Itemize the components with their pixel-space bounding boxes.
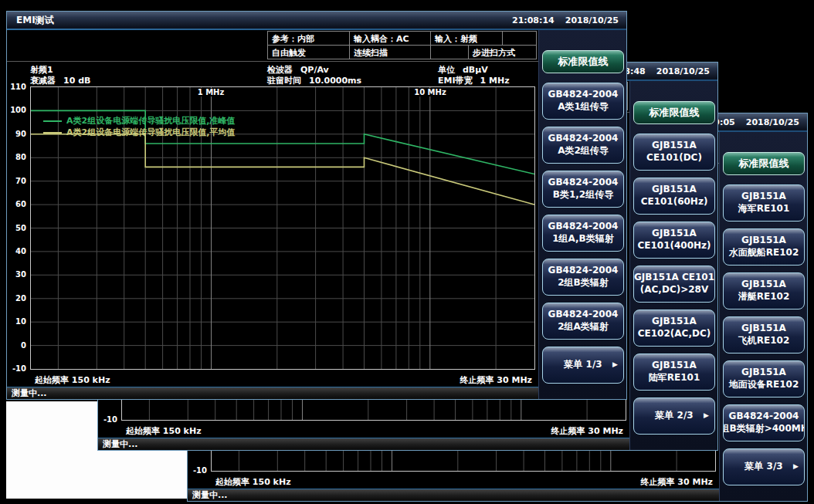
stop-frequency-label: 终止频率 30 MHz — [460, 374, 532, 386]
window-titlebar: EMI测试 21:08:142018/10/25 — [7, 12, 626, 29]
status-table: 参考：内部 输入耦合：AC 输入：射频 自由触发 连续扫描 步进扫方式 — [267, 32, 537, 59]
menu-page-button[interactable]: 菜单 1/3▶ — [542, 347, 624, 384]
softkey-menu: 标准限值线 GJB151A海军RE101 GJB151A水面舰船RE102 GJ… — [719, 132, 807, 501]
y-tick-label: 110 — [5, 83, 26, 91]
x-axis-labels: 起始频率 150 kHz 终止频率 30 MHz — [211, 476, 714, 488]
softkey-standard-1[interactable]: GJB151ACE101(DC) — [633, 134, 715, 171]
y-tick-label: 80 — [5, 153, 26, 161]
softkey-menu: 标准限值线 GB4824-2004A类1组传导 GB4824-2004A类2组传… — [538, 30, 626, 399]
start-frequency-label: 起始频率 150 kHz — [215, 476, 291, 488]
y-tick-label: 90 — [5, 130, 26, 138]
y-tick-label: -10 — [5, 364, 26, 373]
status-reference: 参考：内部 — [267, 31, 350, 46]
y-axis-labels: 1101009080706050403020100-10 — [7, 86, 29, 371]
decade-frequency-label: 1 MHz — [195, 88, 227, 96]
detector-readout: 检波器QP/Av — [267, 65, 361, 76]
softkey-standard-5[interactable]: GJB151ACE102(AC,DC) — [633, 310, 715, 347]
status-sweep-mode: 步进扫方式 — [468, 45, 537, 59]
menu-page-button[interactable]: 菜单 2/3▶ — [633, 397, 715, 435]
window-title: EMI测试 — [16, 14, 54, 27]
softkey-standard-3[interactable]: GJB151ACE101(400Hz) — [633, 222, 715, 259]
softkey-standard-2[interactable]: GJB151A水面舰船RE102 — [723, 228, 805, 266]
status-trigger: 自由触发 — [267, 45, 350, 59]
softkey-standard-1[interactable]: GB4824-2004A类1组传导 — [542, 83, 624, 120]
softkey-standard-4[interactable]: GJB151A CE101(AC,DC)>28V — [633, 266, 715, 303]
y-tick-label: 60 — [5, 200, 26, 208]
status-input-coupling: 输入耦合：AC — [349, 31, 431, 46]
attenuator-readout: 衰减器10 dB — [30, 76, 90, 86]
chart-header: 射频1 衰减器10 dB 检波器QP/Av 驻留时间10.0000ms 单位dB… — [7, 65, 538, 86]
status-sweep: 连续扫描 — [349, 45, 431, 59]
status-empty-cell — [502, 31, 537, 46]
legend-line-swatch — [43, 120, 62, 122]
date-text: 2018/10/25 — [565, 15, 619, 25]
limit-line-menu-title: 标准限值线 — [633, 101, 715, 124]
emi-bandwidth-readout: EMI带宽1 MHz — [438, 76, 510, 86]
y-tick-label: 40 — [5, 247, 26, 255]
measuring-text: 测量中... — [192, 489, 228, 501]
legend-entry: A类2组设备电源端传导骚扰电压限值,平均值 — [43, 127, 235, 138]
softkey-standard-6[interactable]: GB4824-20042组B类辐射>400MHz — [723, 404, 805, 441]
clock: 21:08:142018/10/25 — [512, 15, 619, 25]
arrow-right-icon: ▶ — [704, 411, 709, 421]
status-empty-cell — [430, 45, 469, 59]
spectrum-plot: 1 MHz10 MHzA类2组设备电源端传导骚扰电压限值,准峰值A类2组设备电源… — [30, 86, 535, 370]
limit-line-menu-title: 标准限值线 — [723, 152, 805, 175]
y-tick-label: 0 — [5, 341, 26, 350]
x-axis-labels: 起始频率 150 kHz 终止频率 30 MHz — [121, 425, 625, 437]
measuring-status-bar: 测量中... — [7, 387, 538, 399]
softkey-standard-5[interactable]: GJB151A地面设备RE102 — [723, 360, 805, 397]
y-tick-label: -10 — [96, 415, 117, 424]
menu-page-button[interactable]: 菜单 3/3▶ — [723, 448, 805, 485]
instrument-window-1: EMI测试 21:08:142018/10/25 参考：内部 输入耦合：AC 输… — [6, 11, 627, 400]
x-axis-labels: 起始频率 150 kHz 终止频率 30 MHz — [30, 374, 534, 386]
softkey-standard-4[interactable]: GB4824-20041组A,B类辐射 — [542, 215, 624, 252]
softkey-standard-5[interactable]: GB4824-20042组B类辐射 — [542, 259, 624, 296]
softkey-standard-6[interactable]: GJB151A陆军RE101 — [633, 353, 715, 391]
date-text: 2018/10/25 — [746, 117, 799, 127]
y-tick-label: 50 — [5, 224, 26, 232]
softkey-standard-2[interactable]: GJB151ACE101(60Hz) — [633, 178, 715, 215]
y-tick-label: 100 — [5, 106, 26, 114]
arrow-right-icon: ▶ — [793, 462, 799, 472]
start-frequency-label: 起始频率 150 kHz — [35, 374, 110, 386]
decade-frequency-label: 10 MHz — [412, 88, 449, 96]
softkey-standard-6[interactable]: GB4824-20042组A类辐射 — [542, 303, 624, 340]
legend-line-swatch — [43, 132, 62, 134]
softkey-standard-3[interactable]: GJB151A潜艇RE102 — [723, 272, 805, 310]
softkey-standard-4[interactable]: GJB151A飞机RE102 — [723, 316, 805, 353]
dwell-time-readout: 驻留时间10.0000ms — [267, 76, 361, 86]
arrow-right-icon: ▶ — [612, 360, 618, 370]
date-text: 2018/10/25 — [656, 66, 710, 76]
status-input: 输入：射频 — [430, 31, 503, 46]
limit-line-menu-title: 标准限值线 — [542, 50, 624, 73]
softkey-standard-3[interactable]: GB4824-2004B类1,2组传导 — [542, 171, 624, 208]
measuring-status-bar: 测量中... — [188, 489, 719, 501]
status-row: 参考：内部 输入耦合：AC 输入：射频 自由触发 连续扫描 步进扫方式 — [7, 30, 538, 62]
time-text: 21:08:14 — [512, 15, 555, 25]
measuring-text: 测量中... — [12, 387, 47, 399]
measuring-text: 测量中... — [103, 438, 138, 450]
measuring-status-bar: 测量中... — [98, 438, 629, 450]
start-frequency-label: 起始频率 150 kHz — [126, 425, 202, 437]
legend-entry: A类2组设备电源端传导骚扰电压限值,准峰值 — [43, 115, 235, 127]
softkey-menu: 标准限值线 GJB151ACE101(DC) GJB151ACE101(60Hz… — [629, 81, 717, 450]
softkey-standard-2[interactable]: GB4824-2004A类2组传导 — [542, 127, 624, 164]
stop-frequency-label: 终止频率 30 MHz — [640, 476, 713, 488]
y-tick-label: -10 — [185, 466, 207, 475]
limit-line-legend: A类2组设备电源端传导骚扰电压限值,准峰值A类2组设备电源端传导骚扰电压限值,平… — [43, 115, 235, 138]
y-tick-label: 30 — [5, 270, 26, 279]
screen: EMI测试 21:08:142018/10/25 参考：内部 输入耦合：AC 输… — [0, 0, 814, 504]
y-tick-label: 70 — [5, 177, 26, 185]
y-tick-label: 10 — [5, 317, 26, 326]
unit-readout: 单位dBμV — [438, 65, 510, 76]
softkey-standard-1[interactable]: GJB151A海军RE101 — [723, 184, 805, 222]
measurement-area: 参考：内部 输入耦合：AC 输入：射频 自由触发 连续扫描 步进扫方式 射频1 — [7, 30, 538, 399]
rf-label: 射频1 — [30, 65, 90, 76]
y-tick-label: 20 — [5, 294, 26, 303]
stop-frequency-label: 终止频率 30 MHz — [551, 425, 623, 437]
